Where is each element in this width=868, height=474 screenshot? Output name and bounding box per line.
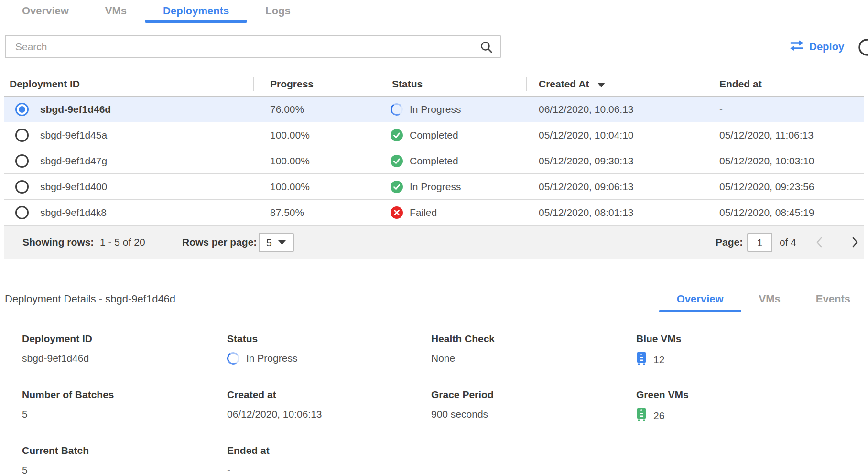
field-current-batch: Current Batch 5 bbox=[22, 445, 227, 474]
created-at-cell: 05/12/2020, 08:01:13 bbox=[539, 200, 634, 226]
column-header-ended-at: Ended at bbox=[719, 71, 762, 97]
table-footer: Showing rows: 1 - 5 of 20 Rows per page:… bbox=[4, 226, 864, 259]
column-divider bbox=[706, 77, 706, 91]
status-cell: Failed bbox=[391, 200, 437, 226]
created-at-cell: 05/12/2020, 09:06:13 bbox=[539, 174, 634, 200]
progress-cell: 100.00% bbox=[270, 174, 310, 200]
sort-desc-icon bbox=[597, 83, 605, 87]
column-divider bbox=[526, 77, 527, 91]
field-status: Status In Progress bbox=[227, 333, 431, 368]
table-row[interactable]: sbgd-9ef1d46d 76.00% In Progress 06/12/2… bbox=[4, 97, 864, 122]
ended-at-cell: 05/12/2020, 09:23:56 bbox=[719, 174, 814, 200]
tab-logs-label: Logs bbox=[265, 5, 291, 17]
field-ended-at: Ended at - bbox=[227, 445, 431, 474]
deployment-id-cell: sbgd-9ef1d45a bbox=[40, 122, 107, 148]
details-tab-vms[interactable]: VMs bbox=[741, 286, 798, 312]
blue-vm-icon bbox=[636, 351, 647, 368]
column-header-deployment-id: Deployment ID bbox=[10, 71, 80, 97]
row-radio[interactable] bbox=[15, 206, 29, 219]
tab-deployments[interactable]: Deployments bbox=[145, 0, 247, 22]
deployment-details-header: Deployment Details - sbgd-9ef1d46d Overv… bbox=[0, 286, 868, 312]
active-tab-indicator bbox=[145, 20, 247, 23]
field-blue-vms: Blue VMs 12 bbox=[636, 333, 837, 368]
tab-vms-label: VMs bbox=[105, 5, 127, 17]
tab-deployments-label: Deployments bbox=[163, 5, 229, 17]
tab-overview-label: Overview bbox=[22, 5, 69, 17]
row-radio[interactable] bbox=[15, 129, 29, 142]
table-row[interactable]: sbgd-9ef1d47g 100.00% Completed 05/12/20… bbox=[4, 148, 864, 174]
next-page-icon[interactable] bbox=[845, 226, 864, 259]
page-label: Page: bbox=[716, 226, 743, 259]
tab-logs[interactable]: Logs bbox=[247, 0, 309, 22]
ended-at-cell: 05/12/2020, 08:45:19 bbox=[719, 200, 814, 226]
column-header-status: Status bbox=[392, 71, 423, 97]
column-divider bbox=[378, 77, 378, 91]
details-tab-bar: Overview VMs Events bbox=[659, 286, 868, 312]
status-cell: In Progress bbox=[391, 97, 461, 122]
rows-per-page-select[interactable]: 5 bbox=[259, 233, 294, 252]
chevron-down-icon bbox=[278, 240, 286, 245]
row-radio[interactable] bbox=[15, 180, 29, 194]
active-tab-indicator bbox=[659, 310, 741, 312]
row-radio-selected[interactable] bbox=[15, 103, 29, 116]
progress-cell: 100.00% bbox=[270, 122, 310, 148]
details-tab-overview-label: Overview bbox=[677, 293, 724, 305]
deployment-id-cell: sbgd-9ef1d46d bbox=[40, 97, 111, 122]
column-divider bbox=[253, 77, 254, 91]
check-circle-icon bbox=[391, 129, 403, 141]
search-input[interactable] bbox=[6, 36, 500, 57]
page-number-input[interactable] bbox=[747, 233, 772, 252]
toolbar: Deploy bbox=[0, 35, 868, 59]
table-row[interactable]: sbgd-9ef1d4k8 87.50% Failed 05/12/2020, … bbox=[4, 200, 864, 226]
showing-rows-value: 1 - 5 of 20 bbox=[100, 226, 145, 259]
refresh-icon[interactable] bbox=[857, 38, 868, 57]
field-grace-period: Grace Period 900 seconds bbox=[431, 389, 636, 424]
column-header-created-at[interactable]: Created At bbox=[539, 71, 605, 97]
deploy-button[interactable]: Deploy bbox=[790, 39, 844, 55]
spinner-icon bbox=[226, 351, 241, 366]
progress-cell: 100.00% bbox=[270, 148, 310, 174]
ended-at-cell: 05/12/2020, 11:06:13 bbox=[719, 122, 814, 148]
previous-page-icon[interactable] bbox=[810, 226, 829, 259]
details-tab-vms-label: VMs bbox=[759, 293, 781, 305]
deployment-id-cell: sbgd-9ef1d400 bbox=[40, 174, 107, 200]
created-at-cell: 06/12/2020, 10:06:13 bbox=[539, 97, 634, 122]
tab-overview[interactable]: Overview bbox=[4, 0, 87, 22]
field-green-vms: Green VMs 26 bbox=[636, 389, 837, 424]
green-vm-icon bbox=[636, 407, 647, 424]
deployment-id-cell: sbgd-9ef1d4k8 bbox=[40, 200, 107, 226]
deploy-button-label: Deploy bbox=[809, 41, 844, 53]
table-row[interactable]: sbgd-9ef1d45a 100.00% Completed 05/12/20… bbox=[4, 122, 864, 148]
search-icon bbox=[480, 41, 493, 56]
details-tab-events-label: Events bbox=[816, 293, 850, 305]
x-circle-icon bbox=[391, 206, 403, 219]
created-at-cell: 05/12/2020, 09:30:13 bbox=[539, 148, 634, 174]
row-radio[interactable] bbox=[15, 154, 29, 168]
swap-arrows-icon bbox=[790, 40, 804, 54]
showing-rows-label: Showing rows: bbox=[22, 226, 94, 259]
field-created-at: Created at 06/12/2020, 10:06:13 bbox=[227, 389, 431, 424]
column-header-progress: Progress bbox=[270, 71, 314, 97]
ended-at-cell: 05/12/2020, 10:03:10 bbox=[719, 148, 814, 174]
check-circle-icon bbox=[391, 155, 403, 167]
status-cell: Completed bbox=[391, 148, 458, 174]
deployments-page: Overview VMs Deployments Logs bbox=[0, 0, 868, 474]
created-at-cell: 05/12/2020, 10:04:10 bbox=[539, 122, 634, 148]
rows-per-page-value: 5 bbox=[266, 237, 272, 248]
deployments-table: Deployment ID Progress Status Created At… bbox=[4, 71, 864, 259]
progress-cell: 87.50% bbox=[270, 200, 304, 226]
ended-at-cell: - bbox=[719, 97, 723, 122]
details-tab-events[interactable]: Events bbox=[798, 286, 868, 312]
table-row[interactable]: sbgd-9ef1d400 100.00% In Progress 05/12/… bbox=[4, 174, 864, 200]
field-number-of-batches: Number of Batches 5 bbox=[22, 389, 227, 424]
table-header-row: Deployment ID Progress Status Created At… bbox=[4, 71, 864, 97]
rows-per-page-label: Rows per page: bbox=[182, 226, 257, 259]
field-deployment-id: Deployment ID sbgd-9ef1d46d bbox=[22, 333, 227, 368]
search-box bbox=[5, 35, 501, 58]
deployment-details-grid: Deployment ID sbgd-9ef1d46d Status In Pr… bbox=[22, 333, 837, 474]
status-cell: Completed bbox=[391, 122, 458, 148]
check-circle-icon bbox=[391, 181, 403, 193]
tab-vms[interactable]: VMs bbox=[87, 0, 145, 22]
deployment-details-title: Deployment Details - sbgd-9ef1d46d bbox=[5, 286, 175, 312]
details-tab-overview[interactable]: Overview bbox=[659, 286, 741, 312]
